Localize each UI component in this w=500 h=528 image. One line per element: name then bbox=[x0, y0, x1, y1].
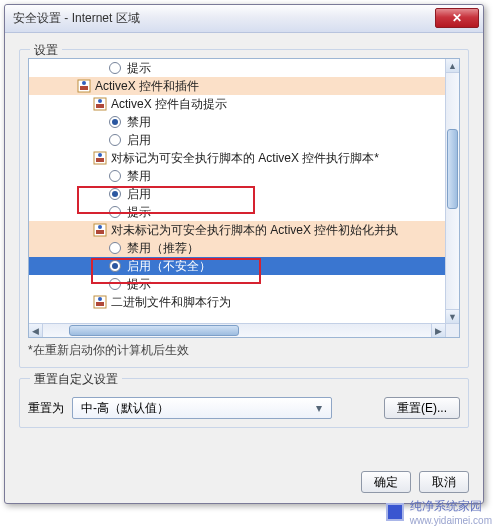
scroll-down-icon[interactable]: ▼ bbox=[446, 309, 459, 323]
scroll-up-icon[interactable]: ▲ bbox=[446, 59, 459, 73]
option-label: 禁用 bbox=[127, 168, 151, 185]
radio-icon bbox=[109, 242, 121, 254]
reset-label: 重置为 bbox=[28, 400, 64, 417]
svg-point-11 bbox=[98, 225, 102, 229]
svg-rect-1 bbox=[80, 86, 88, 90]
combo-value: 中-高（默认值） bbox=[81, 400, 169, 417]
svg-point-2 bbox=[82, 81, 86, 85]
scroll-right-icon[interactable]: ▶ bbox=[431, 324, 445, 337]
settings-group-label: 设置 bbox=[30, 42, 62, 59]
scroll-thumb[interactable] bbox=[447, 129, 458, 209]
svg-point-8 bbox=[98, 153, 102, 157]
option-enable[interactable]: 启用 bbox=[29, 185, 445, 203]
radio-icon bbox=[109, 170, 121, 182]
watermark-url: www.yidaimei.com bbox=[410, 515, 492, 526]
ok-button[interactable]: 确定 bbox=[361, 471, 411, 493]
activex-icon bbox=[77, 79, 91, 93]
reset-group-label: 重置自定义设置 bbox=[30, 371, 122, 388]
settings-group: 设置 提示 ActiveX 控件和插件 bbox=[19, 49, 469, 368]
radio-icon bbox=[109, 278, 121, 290]
hscroll-thumb[interactable] bbox=[69, 325, 239, 336]
radio-icon bbox=[109, 116, 121, 128]
option-prompt[interactable]: 提示 bbox=[29, 59, 445, 77]
close-button[interactable]: ✕ bbox=[435, 8, 479, 28]
radio-icon bbox=[109, 62, 121, 74]
option-enable[interactable]: 启用 bbox=[29, 131, 445, 149]
svg-rect-10 bbox=[96, 230, 104, 234]
svg-rect-7 bbox=[96, 158, 104, 162]
option-disable[interactable]: 禁用 bbox=[29, 167, 445, 185]
option-disable[interactable]: 禁用 bbox=[29, 113, 445, 131]
window-title: 安全设置 - Internet 区域 bbox=[13, 10, 435, 27]
dialog-footer: 确定 取消 bbox=[361, 471, 469, 493]
section-label: ActiveX 控件自动提示 bbox=[111, 96, 227, 113]
restart-note: *在重新启动你的计算机后生效 bbox=[28, 342, 460, 359]
option-prompt[interactable]: 提示 bbox=[29, 275, 445, 293]
radio-icon bbox=[109, 134, 121, 146]
option-label: 启用 bbox=[127, 132, 151, 149]
button-label: 取消 bbox=[432, 474, 456, 491]
radio-icon bbox=[109, 206, 121, 218]
security-settings-dialog: 安全设置 - Internet 区域 ✕ 设置 提示 ActiveX bbox=[4, 4, 484, 504]
radio-icon bbox=[109, 188, 121, 200]
option-label: 禁用（推荐） bbox=[127, 240, 199, 257]
section-unsafe-scripting[interactable]: 对未标记为可安全执行脚本的 ActiveX 控件初始化并执 bbox=[29, 221, 445, 239]
button-label: 确定 bbox=[374, 474, 398, 491]
option-label: 提示 bbox=[127, 276, 151, 293]
section-label: ActiveX 控件和插件 bbox=[95, 78, 199, 95]
section-label: 对标记为可安全执行脚本的 ActiveX 控件执行脚本* bbox=[111, 150, 379, 167]
scrollbar-corner bbox=[445, 323, 459, 337]
reset-group: 重置自定义设置 重置为 中-高（默认值） ▾ 重置(E)... bbox=[19, 378, 469, 428]
reset-level-combobox[interactable]: 中-高（默认值） ▾ bbox=[72, 397, 332, 419]
activex-icon bbox=[93, 97, 107, 111]
option-label: 提示 bbox=[127, 204, 151, 221]
watermark: 纯净系统家园 www.yidaimei.com bbox=[386, 498, 492, 526]
option-label: 提示 bbox=[127, 60, 151, 77]
chevron-down-icon: ▾ bbox=[311, 401, 327, 415]
activex-icon bbox=[93, 295, 107, 309]
section-auto-prompt[interactable]: ActiveX 控件自动提示 bbox=[29, 95, 445, 113]
option-disable-recommended[interactable]: 禁用（推荐） bbox=[29, 239, 445, 257]
radio-icon bbox=[109, 260, 121, 272]
svg-point-5 bbox=[98, 99, 102, 103]
section-label: 二进制文件和脚本行为 bbox=[111, 294, 231, 311]
svg-point-14 bbox=[98, 297, 102, 301]
cancel-button[interactable]: 取消 bbox=[419, 471, 469, 493]
titlebar: 安全设置 - Internet 区域 ✕ bbox=[5, 5, 483, 33]
section-label: 对未标记为可安全执行脚本的 ActiveX 控件初始化并执 bbox=[111, 222, 398, 239]
watermark-logo-icon bbox=[386, 503, 404, 521]
section-safe-scripting[interactable]: 对标记为可安全执行脚本的 ActiveX 控件执行脚本* bbox=[29, 149, 445, 167]
activex-icon bbox=[93, 151, 107, 165]
svg-rect-4 bbox=[96, 104, 104, 108]
option-prompt[interactable]: 提示 bbox=[29, 203, 445, 221]
horizontal-scrollbar[interactable]: ◀ ▶ bbox=[29, 323, 445, 337]
svg-rect-13 bbox=[96, 302, 104, 306]
option-label: 禁用 bbox=[127, 114, 151, 131]
scroll-left-icon[interactable]: ◀ bbox=[29, 324, 43, 337]
vertical-scrollbar[interactable]: ▲ ▼ bbox=[445, 59, 459, 323]
section-activex-controls[interactable]: ActiveX 控件和插件 bbox=[29, 77, 445, 95]
watermark-name: 纯净系统家园 bbox=[410, 499, 482, 513]
option-label: 启用（不安全） bbox=[127, 258, 211, 275]
option-enable-unsafe[interactable]: 启用（不安全） bbox=[29, 257, 445, 275]
reset-button[interactable]: 重置(E)... bbox=[384, 397, 460, 419]
button-label: 重置(E)... bbox=[397, 400, 447, 417]
section-binary-behavior[interactable]: 二进制文件和脚本行为 bbox=[29, 293, 445, 311]
option-label: 启用 bbox=[127, 186, 151, 203]
activex-icon bbox=[93, 223, 107, 237]
close-icon: ✕ bbox=[452, 11, 462, 25]
settings-tree: 提示 ActiveX 控件和插件 ActiveX 控件自动提示 bbox=[28, 58, 460, 338]
